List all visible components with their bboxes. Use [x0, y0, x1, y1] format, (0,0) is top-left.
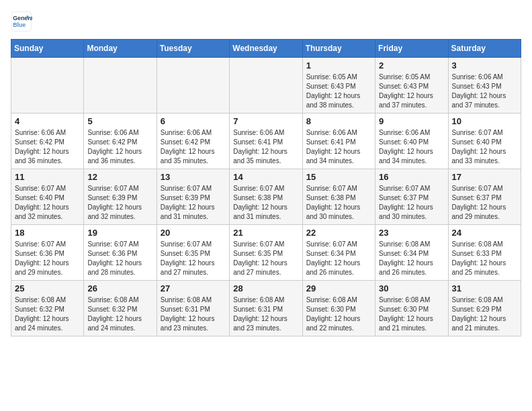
day-details: Sunrise: 6:07 AM Sunset: 6:38 PM Dayligh… [233, 184, 298, 222]
day-number: 15 [306, 172, 371, 182]
day-number: 11 [15, 172, 80, 182]
day-cell-26: 26Sunrise: 6:08 AM Sunset: 6:32 PM Dayli… [84, 281, 157, 336]
day-details: Sunrise: 6:08 AM Sunset: 6:31 PM Dayligh… [233, 295, 298, 333]
day-number: 20 [161, 228, 226, 238]
day-cell-25: 25Sunrise: 6:08 AM Sunset: 6:32 PM Dayli… [11, 281, 84, 336]
day-details: Sunrise: 6:08 AM Sunset: 6:29 PM Dayligh… [452, 295, 517, 333]
week-row-3: 11Sunrise: 6:07 AM Sunset: 6:40 PM Dayli… [11, 169, 521, 225]
day-number: 31 [452, 283, 517, 293]
day-cell-12: 12Sunrise: 6:07 AM Sunset: 6:39 PM Dayli… [84, 169, 157, 225]
day-details: Sunrise: 6:07 AM Sunset: 6:37 PM Dayligh… [452, 184, 517, 222]
day-cell-2: 2Sunrise: 6:05 AM Sunset: 6:43 PM Daylig… [375, 58, 448, 113]
day-details: Sunrise: 6:08 AM Sunset: 6:30 PM Dayligh… [379, 295, 444, 333]
day-details: Sunrise: 6:06 AM Sunset: 6:40 PM Dayligh… [379, 128, 444, 166]
day-number: 4 [15, 116, 80, 126]
day-details: Sunrise: 6:08 AM Sunset: 6:31 PM Dayligh… [161, 295, 226, 333]
day-number: 29 [306, 283, 371, 293]
day-cell-13: 13Sunrise: 6:07 AM Sunset: 6:39 PM Dayli… [157, 169, 229, 225]
header-row: SundayMondayTuesdayWednesdayThursdayFrid… [11, 40, 521, 58]
day-number: 28 [233, 283, 298, 293]
day-cell-29: 29Sunrise: 6:08 AM Sunset: 6:30 PM Dayli… [302, 281, 375, 336]
day-details: Sunrise: 6:07 AM Sunset: 6:36 PM Dayligh… [15, 240, 80, 277]
day-cell-empty [157, 58, 229, 113]
day-cell-empty [84, 58, 157, 113]
day-details: Sunrise: 6:06 AM Sunset: 6:41 PM Dayligh… [306, 128, 371, 166]
header: General Blue [11, 11, 521, 32]
day-number: 17 [452, 172, 517, 182]
day-cell-21: 21Sunrise: 6:07 AM Sunset: 6:35 PM Dayli… [230, 225, 302, 281]
day-details: Sunrise: 6:07 AM Sunset: 6:40 PM Dayligh… [15, 184, 80, 222]
day-details: Sunrise: 6:08 AM Sunset: 6:32 PM Dayligh… [87, 295, 152, 333]
day-details: Sunrise: 6:07 AM Sunset: 6:34 PM Dayligh… [306, 240, 371, 277]
calendar-body: 1Sunrise: 6:05 AM Sunset: 6:43 PM Daylig… [11, 58, 521, 336]
day-details: Sunrise: 6:07 AM Sunset: 6:38 PM Dayligh… [306, 184, 371, 222]
day-number: 2 [379, 60, 444, 71]
svg-text:General: General [13, 15, 32, 21]
day-number: 6 [161, 116, 226, 126]
day-number: 8 [306, 116, 371, 126]
day-number: 23 [379, 228, 444, 238]
calendar-header: SundayMondayTuesdayWednesdayThursdayFrid… [11, 40, 521, 58]
header-cell-tuesday: Tuesday [157, 40, 229, 58]
day-number: 24 [452, 228, 517, 238]
day-cell-16: 16Sunrise: 6:07 AM Sunset: 6:37 PM Dayli… [375, 169, 448, 225]
header-cell-sunday: Sunday [11, 40, 84, 58]
day-number: 27 [161, 283, 226, 293]
day-number: 16 [379, 172, 444, 182]
day-details: Sunrise: 6:08 AM Sunset: 6:34 PM Dayligh… [379, 240, 444, 277]
day-details: Sunrise: 6:06 AM Sunset: 6:43 PM Dayligh… [452, 73, 517, 110]
day-number: 10 [452, 116, 517, 126]
day-cell-8: 8Sunrise: 6:06 AM Sunset: 6:41 PM Daylig… [302, 113, 375, 169]
day-number: 30 [379, 283, 444, 293]
day-details: Sunrise: 6:07 AM Sunset: 6:35 PM Dayligh… [233, 240, 298, 277]
week-row-4: 18Sunrise: 6:07 AM Sunset: 6:36 PM Dayli… [11, 225, 521, 281]
day-details: Sunrise: 6:05 AM Sunset: 6:43 PM Dayligh… [306, 73, 371, 110]
day-details: Sunrise: 6:07 AM Sunset: 6:39 PM Dayligh… [87, 184, 152, 222]
day-details: Sunrise: 6:05 AM Sunset: 6:43 PM Dayligh… [379, 73, 444, 110]
day-number: 25 [15, 283, 80, 293]
day-details: Sunrise: 6:06 AM Sunset: 6:42 PM Dayligh… [15, 128, 80, 166]
header-cell-wednesday: Wednesday [230, 40, 302, 58]
day-cell-7: 7Sunrise: 6:06 AM Sunset: 6:41 PM Daylig… [230, 113, 302, 169]
day-cell-1: 1Sunrise: 6:05 AM Sunset: 6:43 PM Daylig… [302, 58, 375, 113]
day-number: 14 [233, 172, 298, 182]
day-cell-19: 19Sunrise: 6:07 AM Sunset: 6:36 PM Dayli… [84, 225, 157, 281]
svg-text:Blue: Blue [13, 21, 26, 28]
day-details: Sunrise: 6:07 AM Sunset: 6:39 PM Dayligh… [161, 184, 226, 222]
day-cell-empty [230, 58, 302, 113]
day-cell-24: 24Sunrise: 6:08 AM Sunset: 6:33 PM Dayli… [448, 225, 521, 281]
day-number: 19 [87, 228, 152, 238]
day-cell-6: 6Sunrise: 6:06 AM Sunset: 6:42 PM Daylig… [157, 113, 229, 169]
week-row-5: 25Sunrise: 6:08 AM Sunset: 6:32 PM Dayli… [11, 281, 521, 336]
week-row-2: 4Sunrise: 6:06 AM Sunset: 6:42 PM Daylig… [11, 113, 521, 169]
day-cell-20: 20Sunrise: 6:07 AM Sunset: 6:35 PM Dayli… [157, 225, 229, 281]
day-cell-10: 10Sunrise: 6:07 AM Sunset: 6:40 PM Dayli… [448, 113, 521, 169]
header-cell-thursday: Thursday [302, 40, 375, 58]
day-details: Sunrise: 6:07 AM Sunset: 6:36 PM Dayligh… [87, 240, 152, 277]
day-number: 3 [452, 60, 517, 71]
header-cell-monday: Monday [84, 40, 157, 58]
day-cell-28: 28Sunrise: 6:08 AM Sunset: 6:31 PM Dayli… [230, 281, 302, 336]
day-details: Sunrise: 6:08 AM Sunset: 6:32 PM Dayligh… [15, 295, 80, 333]
logo-icon: General Blue [11, 11, 32, 32]
day-number: 1 [306, 60, 371, 71]
day-details: Sunrise: 6:06 AM Sunset: 6:42 PM Dayligh… [87, 128, 152, 166]
day-details: Sunrise: 6:08 AM Sunset: 6:30 PM Dayligh… [306, 295, 371, 333]
day-number: 22 [306, 228, 371, 238]
week-row-1: 1Sunrise: 6:05 AM Sunset: 6:43 PM Daylig… [11, 58, 521, 113]
day-number: 18 [15, 228, 80, 238]
day-number: 13 [161, 172, 226, 182]
header-cell-friday: Friday [375, 40, 448, 58]
day-number: 5 [87, 116, 152, 126]
day-cell-4: 4Sunrise: 6:06 AM Sunset: 6:42 PM Daylig… [11, 113, 84, 169]
day-cell-11: 11Sunrise: 6:07 AM Sunset: 6:40 PM Dayli… [11, 169, 84, 225]
day-cell-14: 14Sunrise: 6:07 AM Sunset: 6:38 PM Dayli… [230, 169, 302, 225]
day-cell-27: 27Sunrise: 6:08 AM Sunset: 6:31 PM Dayli… [157, 281, 229, 336]
day-number: 21 [233, 228, 298, 238]
day-cell-empty [11, 58, 84, 113]
day-cell-9: 9Sunrise: 6:06 AM Sunset: 6:40 PM Daylig… [375, 113, 448, 169]
day-cell-23: 23Sunrise: 6:08 AM Sunset: 6:34 PM Dayli… [375, 225, 448, 281]
day-details: Sunrise: 6:08 AM Sunset: 6:33 PM Dayligh… [452, 240, 517, 277]
day-number: 26 [87, 283, 152, 293]
day-details: Sunrise: 6:06 AM Sunset: 6:42 PM Dayligh… [161, 128, 226, 166]
